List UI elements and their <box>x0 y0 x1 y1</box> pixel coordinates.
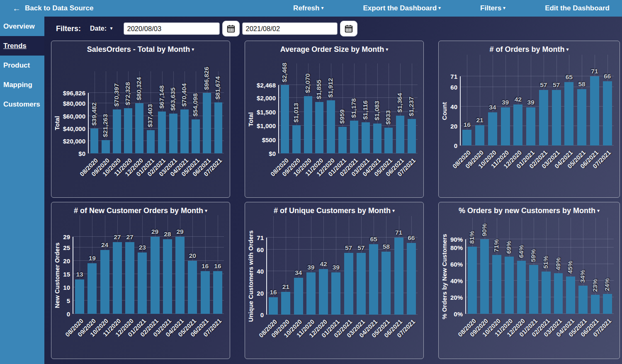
menu-item-export-the-dashboard[interactable]: Export the Dashboard▾ <box>363 4 441 12</box>
bar-value-label: 57 <box>345 244 352 252</box>
chart-title-dropdown[interactable]: # of Unique Customers by Month▾ <box>245 206 423 215</box>
bar-value-label: $959 <box>338 109 346 124</box>
bar <box>539 90 548 146</box>
bar <box>124 108 132 153</box>
bar-value-label: 64% <box>518 245 525 258</box>
bar <box>306 272 316 315</box>
start-date-input[interactable] <box>124 22 220 35</box>
bar <box>113 109 121 153</box>
bar-value-label: 71% <box>493 239 500 252</box>
filter-bar: Filters: Date: ▾ <box>44 17 622 41</box>
y-tick-label: $1,500 <box>257 109 276 116</box>
bar-value-label: 19 <box>89 255 96 262</box>
end-date-calendar-button[interactable] <box>340 21 357 36</box>
bar <box>331 272 340 315</box>
bar <box>292 125 301 153</box>
bar <box>513 104 522 146</box>
sidebar-item-trends[interactable]: Trends <box>0 36 44 56</box>
gridline-h <box>73 260 224 261</box>
y-tick-label: 0 <box>67 311 70 318</box>
sidebar-item-overview[interactable]: Overview <box>0 17 44 36</box>
date-filter-dropdown[interactable]: Date: ▾ <box>90 25 113 32</box>
bar <box>281 85 289 153</box>
end-date-input[interactable] <box>242 22 338 35</box>
bar-value-label: 16 <box>270 289 277 296</box>
y-tick-label: 15 <box>63 271 70 278</box>
bar-value-label: 27 <box>114 233 121 241</box>
bar <box>147 130 155 153</box>
bar <box>125 242 134 314</box>
sidebar-item-product[interactable]: Product <box>0 56 44 75</box>
bar-value-label: 42 <box>515 96 522 103</box>
y-axis-title: New Customer Orders <box>53 243 61 308</box>
bar <box>188 261 197 314</box>
bar <box>407 243 416 315</box>
bar <box>591 295 600 314</box>
chart-title-dropdown[interactable]: % Orders by new Customers by Month▾ <box>439 206 620 215</box>
chart-row-2: # of New Customer Orders by Month▾New Cu… <box>51 202 620 359</box>
y-tick-label: 90% <box>450 236 463 243</box>
chart-panel-pct-orders-new-customers: % Orders by new Customers by Month▾% Ord… <box>438 202 620 359</box>
bar-value-label: $2,070 <box>304 73 311 93</box>
plot-area: Total$96,826$80,000$60,000$40,000$20,000… <box>89 93 224 153</box>
chart-panel-sales-orders-total: SalesOrders - Total by Month▾Total$96,82… <box>51 41 230 198</box>
bar <box>369 244 378 315</box>
bar-value-label: $96,826 <box>203 67 210 90</box>
menu-item-edit-the-dashboard[interactable]: Edit the Dashboard <box>545 4 610 12</box>
filters-label: Filters: <box>56 24 81 33</box>
bar <box>468 247 476 314</box>
back-to-data-source-button[interactable]: ← Back to Data Source <box>0 4 93 12</box>
chevron-down-icon: ▾ <box>110 25 112 31</box>
sidebar-item-customers[interactable]: Customers <box>0 95 44 114</box>
bar-value-label: 39 <box>527 99 535 106</box>
bar <box>151 237 160 314</box>
bar-value-label: 66 <box>604 73 611 80</box>
plot-area: Count7160402001608/20202109/20203410/202… <box>461 76 614 146</box>
bar-value-label: $1,013 <box>292 103 300 122</box>
bar-value-label: 34% <box>579 270 586 283</box>
bar <box>214 102 223 153</box>
top-bar: ← Back to Data Source Refresh▾Export the… <box>0 0 622 17</box>
bar <box>505 257 513 314</box>
bar-value-label: 39 <box>333 264 340 271</box>
y-tick-label: 20 <box>63 257 70 265</box>
bar <box>373 124 381 153</box>
bar <box>315 102 323 153</box>
bar-value-label: $1,364 <box>396 93 403 112</box>
top-bar-menu: Refresh▾Export the Dashboard▾Filters▾Edi… <box>293 4 622 12</box>
chart-panel-new-customer-orders: # of New Customer Orders by Month▾New Cu… <box>51 202 230 359</box>
menu-item-label: Refresh <box>293 4 319 12</box>
bar <box>87 263 97 314</box>
bar <box>100 250 109 314</box>
bar <box>281 292 290 315</box>
chevron-down-icon: ▾ <box>392 208 395 214</box>
bar <box>529 265 538 314</box>
menu-item-refresh[interactable]: Refresh▾ <box>293 4 323 12</box>
gridline-h <box>73 247 224 248</box>
bar-value-label: 45% <box>566 261 574 274</box>
chart-title-dropdown[interactable]: # of Orders by Month▾ <box>439 45 620 54</box>
y-axis-line <box>266 238 267 315</box>
chart-title-dropdown[interactable]: # of New Customer Orders by Month▾ <box>51 206 230 215</box>
chart-title-dropdown[interactable]: Average Order Size by Month▾ <box>245 45 423 54</box>
bar-value-label: 58 <box>383 243 390 250</box>
bar <box>213 271 222 314</box>
sidebar-item-mapping[interactable]: Mapping <box>0 75 44 95</box>
chevron-down-icon: ▾ <box>438 5 441 11</box>
bar <box>319 269 328 315</box>
bar-value-label: 29 <box>177 228 184 235</box>
bar-value-label: 28 <box>164 231 171 238</box>
y-axis-title: % Orders by New Customers <box>441 234 448 319</box>
chevron-down-icon: ▾ <box>386 46 388 52</box>
start-date-calendar-button[interactable] <box>222 21 240 36</box>
menu-item-filters[interactable]: Filters▾ <box>480 4 505 12</box>
y-tick-label: 60 <box>257 246 264 253</box>
bar-value-label: 21 <box>282 283 289 291</box>
chart-title-dropdown[interactable]: SalesOrders - Total by Month▾ <box>51 45 230 54</box>
y-tick-label: 71 <box>450 73 457 80</box>
calendar-icon <box>344 24 353 33</box>
bar-value-label: 24 <box>101 241 108 249</box>
y-axis-title: Count <box>441 102 448 120</box>
bar <box>384 128 393 153</box>
y-tick-label: 40% <box>450 277 463 284</box>
